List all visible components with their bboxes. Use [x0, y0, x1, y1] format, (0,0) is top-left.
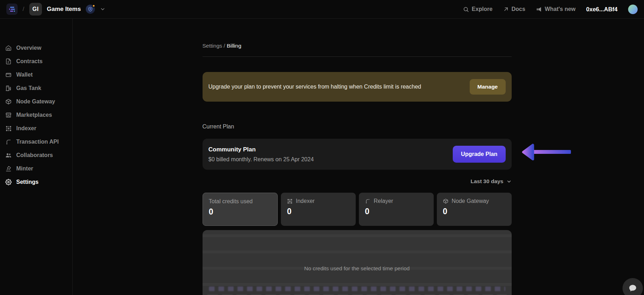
- top-bar: / GI Game Items Explore Docs: [0, 0, 644, 19]
- stat-value: 0: [209, 207, 272, 217]
- chart-skeleton-bars: [209, 287, 505, 291]
- home-icon: [5, 45, 12, 51]
- gear-icon: [5, 179, 12, 185]
- sidebar-item-node-gateway[interactable]: Node Gateway: [0, 95, 72, 108]
- sidebar-item-gas-tank[interactable]: Gas Tank: [0, 82, 72, 95]
- explore-link[interactable]: Explore: [463, 6, 493, 12]
- user-avatar[interactable]: [628, 5, 638, 14]
- notification-dot: [92, 4, 95, 7]
- cube-icon: [443, 198, 449, 204]
- contract-icon: [5, 58, 12, 65]
- stat-value: 0: [365, 207, 428, 216]
- stamp-icon: [5, 165, 12, 172]
- plan-details: $0 billed monthly. Renews on 25 Apr 2024: [209, 156, 314, 163]
- project-network-avatar[interactable]: [86, 5, 95, 14]
- upgrade-banner: Upgrade your plan to prevent your servic…: [203, 72, 512, 102]
- breadcrumb-billing: Billing: [227, 43, 241, 49]
- breadcrumb-settings[interactable]: Settings /: [203, 43, 225, 49]
- sidebar-item-marketplaces[interactable]: Marketplaces: [0, 108, 72, 122]
- stat-label: Total credits used: [209, 198, 253, 205]
- sidebar-item-overview[interactable]: Overview: [0, 41, 72, 55]
- chevron-down-icon: [506, 179, 512, 184]
- storefront-icon: [5, 112, 12, 118]
- stat-indexer[interactable]: Indexer 0: [281, 193, 356, 226]
- search-icon: [463, 6, 469, 12]
- sidebar-item-wallet[interactable]: Wallet: [0, 68, 72, 82]
- sidebar-item-label: Overview: [16, 45, 41, 51]
- manage-button[interactable]: Manage: [470, 79, 506, 95]
- sidebar-item-label: Node Gateway: [16, 98, 55, 105]
- sidebar-item-transaction-api[interactable]: Transaction API: [0, 135, 72, 149]
- sidebar-item-label: Indexer: [16, 125, 36, 132]
- sidebar-item-collaborators[interactable]: Collaborators: [0, 149, 72, 162]
- breadcrumb: Settings / Billing: [203, 19, 512, 49]
- stat-total-credits[interactable]: Total credits used 0: [203, 193, 278, 226]
- plan-card: Community Plan $0 billed monthly. Renews…: [203, 139, 512, 170]
- grid-icon: [5, 125, 12, 132]
- sidebar-item-label: Minter: [16, 165, 33, 172]
- stat-label: Indexer: [296, 198, 314, 204]
- sidebar-item-label: Transaction API: [16, 139, 59, 145]
- sidebar-item-label: Collaborators: [16, 152, 53, 158]
- project-initials-badge[interactable]: GI: [29, 3, 42, 16]
- sidebar-item-label: Wallet: [16, 72, 33, 78]
- chat-bubble-icon: [628, 284, 637, 293]
- shield-icon: [88, 7, 93, 12]
- stat-node-gateway[interactable]: Node Gateway 0: [437, 193, 512, 226]
- relay-path-icon: [5, 139, 12, 145]
- period-selector[interactable]: Last 30 days: [470, 178, 511, 185]
- current-plan-label: Current Plan: [203, 124, 512, 130]
- upgrade-plan-button[interactable]: Upgrade Plan: [453, 146, 505, 163]
- sidebar-item-label: Gas Tank: [16, 85, 41, 91]
- megaphone-icon: [536, 6, 542, 12]
- empty-chart-message: No credits used for the selected time pe…: [203, 265, 512, 272]
- credits-chart-panel: No credits used for the selected time pe…: [203, 230, 512, 295]
- grid-icon: [287, 198, 293, 204]
- sidebar-item-label: Contracts: [16, 58, 43, 65]
- plan-name: Community Plan: [209, 146, 314, 153]
- main-content: Settings / Billing Upgrade your plan to …: [73, 19, 644, 295]
- people-icon: [5, 152, 12, 158]
- stat-value: 0: [443, 207, 506, 216]
- sidebar-item-label: Settings: [16, 179, 38, 185]
- breadcrumb-separator: /: [23, 6, 24, 13]
- stat-label: Node Gateway: [452, 198, 489, 204]
- sidebar-item-contracts[interactable]: Contracts: [0, 55, 72, 68]
- stat-value: 0: [287, 207, 350, 216]
- sequence-logo-icon: [8, 5, 16, 13]
- cube-icon: [5, 98, 12, 105]
- banner-message: Upgrade your plan to prevent your servic…: [209, 84, 421, 90]
- whats-new-label: What's new: [545, 6, 576, 12]
- wallet-icon: [5, 72, 12, 78]
- app-logo[interactable]: [6, 4, 18, 15]
- sidebar-item-minter[interactable]: Minter: [0, 162, 72, 175]
- sidebar: Overview Contracts Wallet Gas Tank Node …: [0, 19, 73, 295]
- whats-new-link[interactable]: What's new: [536, 6, 576, 12]
- gas-pump-icon: [5, 85, 12, 91]
- chevron-down-icon[interactable]: [100, 6, 106, 12]
- stat-label: Relayer: [374, 198, 393, 204]
- relay-path-icon: [365, 198, 371, 204]
- sidebar-item-indexer[interactable]: Indexer: [0, 122, 72, 135]
- explore-label: Explore: [472, 6, 493, 12]
- sidebar-item-settings[interactable]: Settings: [0, 175, 72, 189]
- annotation-arrow-icon: [521, 142, 572, 162]
- wallet-address[interactable]: 0xe6...ABf4: [586, 6, 618, 13]
- project-title: Game Items: [47, 6, 81, 13]
- external-link-icon: [503, 6, 509, 12]
- period-label: Last 30 days: [470, 178, 503, 185]
- stat-relayer[interactable]: Relayer 0: [359, 193, 434, 226]
- docs-link[interactable]: Docs: [503, 6, 525, 12]
- sidebar-item-label: Marketplaces: [16, 112, 52, 118]
- docs-label: Docs: [512, 6, 525, 12]
- divider: [203, 56, 512, 57]
- stats-row: Total credits used 0 Indexer 0 Relayer 0: [203, 193, 512, 226]
